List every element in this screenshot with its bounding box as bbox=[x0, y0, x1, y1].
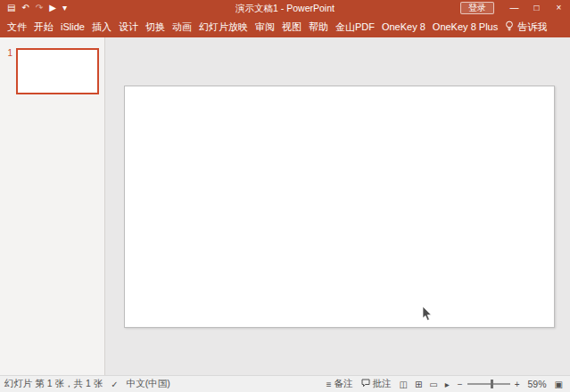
notes-icon: ≡ bbox=[326, 376, 332, 392]
title-bar: ▤ ↶ ↷ ▶ ▾ 演示文稿1 - PowerPoint 登录 — □ × bbox=[0, 0, 570, 16]
login-button[interactable]: 登录 bbox=[460, 2, 494, 14]
undo-icon[interactable]: ↶ bbox=[21, 0, 29, 16]
tab-design[interactable]: 设计 bbox=[115, 16, 142, 37]
slideshow-view-icon[interactable]: ▸ bbox=[445, 376, 450, 392]
language-indicator[interactable]: 中文(中国) bbox=[127, 378, 170, 390]
tab-view[interactable]: 视图 bbox=[278, 16, 305, 37]
editing-canvas bbox=[105, 37, 570, 375]
start-slideshow-icon[interactable]: ▶ bbox=[49, 0, 56, 16]
tab-home[interactable]: 开始 bbox=[30, 16, 57, 37]
zoom-slider[interactable] bbox=[467, 383, 510, 385]
close-button[interactable]: × bbox=[548, 0, 570, 16]
fit-slide-to-window-button[interactable]: ▣ bbox=[555, 380, 563, 389]
title-bar-right: 登录 — □ × bbox=[460, 0, 570, 16]
tab-onekey8[interactable]: OneKey 8 bbox=[378, 16, 429, 37]
zoom-in-button[interactable]: + bbox=[515, 376, 520, 392]
spellcheck-icon[interactable]: ✓ bbox=[111, 376, 118, 392]
tab-transitions[interactable]: 切换 bbox=[142, 16, 169, 37]
status-bar: 幻灯片 第 1 张，共 1 张 ✓ 中文(中国) ≡ 备注 批注 ◫ ⊞ ▭ ▸… bbox=[0, 375, 570, 392]
powerpoint-window: ▤ ↶ ↷ ▶ ▾ 演示文稿1 - PowerPoint 登录 — □ × 文件… bbox=[0, 0, 570, 392]
comments-toggle-button[interactable]: 批注 bbox=[361, 378, 392, 390]
notes-toggle-button[interactable]: ≡ 备注 bbox=[326, 376, 353, 392]
tab-slideshow[interactable]: 幻灯片放映 bbox=[195, 16, 252, 37]
slide-thumbnail-row[interactable]: 1 bbox=[0, 48, 104, 94]
slide-sorter-view-icon[interactable]: ⊞ bbox=[415, 376, 422, 392]
reading-view-icon[interactable]: ▭ bbox=[429, 376, 437, 392]
zoom-slider-thumb[interactable] bbox=[491, 380, 493, 388]
slide-thumbnail-pane: 1 bbox=[0, 37, 105, 375]
normal-view-icon[interactable]: ◫ bbox=[400, 376, 408, 392]
slide-counter: 幻灯片 第 1 张，共 1 张 bbox=[4, 378, 103, 390]
status-bar-right: ≡ 备注 批注 ◫ ⊞ ▭ ▸ − + bbox=[326, 376, 563, 392]
view-switcher: ◫ ⊞ ▭ ▸ bbox=[400, 376, 450, 392]
redo-icon[interactable]: ↷ bbox=[36, 0, 43, 16]
content-area: 1 bbox=[0, 37, 570, 375]
tab-file[interactable]: 文件 bbox=[4, 16, 30, 37]
tell-me-label: 告诉我 bbox=[517, 20, 547, 34]
tab-islide[interactable]: iSlide bbox=[57, 16, 88, 37]
comment-bubble-icon bbox=[361, 379, 370, 389]
save-icon[interactable]: ▤ bbox=[7, 0, 15, 16]
minimize-button[interactable]: — bbox=[503, 0, 525, 16]
tab-insert[interactable]: 插入 bbox=[88, 16, 115, 37]
tell-me-button[interactable]: 告诉我 bbox=[501, 20, 550, 34]
slide-number: 1 bbox=[4, 48, 12, 59]
slide-1-thumbnail[interactable] bbox=[16, 48, 99, 94]
tab-jinshan-pdf[interactable]: 金山PDF bbox=[332, 16, 378, 37]
maximize-button[interactable]: □ bbox=[525, 0, 548, 16]
slide-canvas[interactable] bbox=[124, 86, 555, 328]
tab-review[interactable]: 审阅 bbox=[252, 16, 278, 37]
comments-label: 批注 bbox=[373, 378, 392, 390]
zoom-percentage[interactable]: 59% bbox=[528, 379, 547, 389]
tab-animations[interactable]: 动画 bbox=[169, 16, 195, 37]
tab-help[interactable]: 帮助 bbox=[305, 16, 332, 37]
notes-label: 备注 bbox=[335, 378, 353, 390]
ribbon-tab-bar: 文件 开始 iSlide 插入 设计 切换 动画 幻灯片放映 审阅 视图 帮助 … bbox=[0, 16, 570, 37]
quick-access-toolbar: ▤ ↶ ↷ ▶ ▾ bbox=[0, 0, 67, 16]
lightbulb-icon bbox=[505, 20, 514, 34]
customize-toolbar-dropdown-icon[interactable]: ▾ bbox=[62, 0, 67, 16]
zoom-controls: − + bbox=[458, 376, 520, 392]
zoom-out-button[interactable]: − bbox=[458, 376, 463, 392]
tab-onekey8-plus[interactable]: OneKey 8 Plus bbox=[429, 16, 501, 37]
